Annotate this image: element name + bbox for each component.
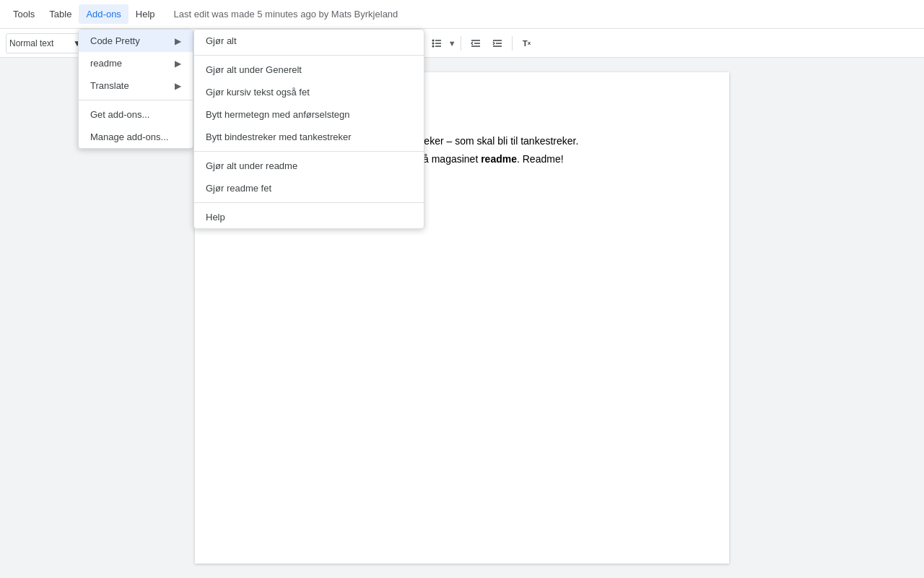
addons-menu-translate[interactable]: Translate ▶ — [79, 74, 193, 97]
addons-dropdown: Code Pretty ▶ readme ▶ Translate ▶ Get a… — [78, 29, 193, 149]
code-pretty-submenu: Gjør alt Gjør alt under Generelt Gjør ku… — [193, 29, 424, 229]
submenu-gjor-generelt[interactable]: Gjør alt under Generelt — [194, 59, 424, 81]
submenu-sep-3 — [194, 202, 424, 203]
toolbar-sep-7 — [512, 36, 513, 51]
bullet-list-icon — [431, 38, 443, 49]
addons-menu-readme[interactable]: readme ▶ — [79, 52, 193, 74]
svg-point-30 — [432, 39, 434, 41]
submenu-gjor-readme-all[interactable]: Gjør alt under readme — [194, 155, 424, 177]
bullet-list-chevron[interactable]: ▼ — [448, 39, 456, 48]
submenu-sep-1 — [194, 55, 424, 56]
addons-menu-code-pretty[interactable]: Code Pretty ▶ — [79, 30, 193, 52]
indent-increase-icon — [492, 38, 503, 49]
submenu-sep-2 — [194, 151, 424, 152]
svg-point-32 — [432, 45, 434, 47]
menu-addons[interactable]: Add-ons — [79, 4, 128, 24]
doc-text-skal: skal — [476, 135, 494, 147]
submenu-bytt-hermetegn[interactable]: Bytt hermetegn med anførselstegn — [194, 103, 424, 126]
indent-increase-button[interactable] — [487, 33, 507, 53]
indent-decrease-button[interactable] — [466, 33, 486, 53]
doc-text-readme2: readme — [481, 153, 517, 165]
menu-bar: Tools Table Add-ons Help Last edit was m… — [0, 0, 924, 29]
last-edit-text: Last edit was made 5 minutes ago by Mats… — [174, 9, 398, 20]
translate-arrow: ▶ — [175, 81, 181, 91]
doc-text-bli: bli til tankestreker. — [494, 135, 578, 147]
menu-table[interactable]: Table — [42, 4, 79, 24]
addons-menu-sep — [79, 100, 193, 100]
submenu-bytt-bindestreker[interactable]: Bytt bindestreker med tankestreker — [194, 126, 424, 148]
readme-arrow: ▶ — [175, 59, 181, 69]
addons-menu-get[interactable]: Get add-ons... — [79, 103, 193, 126]
submenu-gjor-alt[interactable]: Gjør alt — [194, 30, 424, 52]
indent-decrease-icon — [470, 38, 481, 49]
doc-text-readme3: . Readme! — [517, 153, 564, 165]
style-selector[interactable]: Normal text ▼ — [6, 33, 85, 53]
clear-format-button[interactable]: Tx — [517, 33, 537, 53]
menu-help[interactable]: Help — [128, 4, 162, 24]
style-selector-label: Normal text — [9, 38, 53, 48]
bullet-list-button[interactable] — [427, 33, 447, 53]
submenu-gjor-kursiv[interactable]: Gjør kursiv tekst også fet — [194, 81, 424, 103]
menu-tools[interactable]: Tools — [6, 4, 42, 24]
code-pretty-arrow: ▶ — [175, 36, 181, 46]
submenu-help[interactable]: Help — [194, 206, 424, 228]
submenu-gjor-readme-fet[interactable]: Gjør readme fet — [194, 177, 424, 199]
toolbar-sep-6 — [461, 36, 461, 51]
svg-point-31 — [432, 42, 434, 44]
addons-menu-manage[interactable]: Manage add-ons... — [79, 126, 193, 148]
